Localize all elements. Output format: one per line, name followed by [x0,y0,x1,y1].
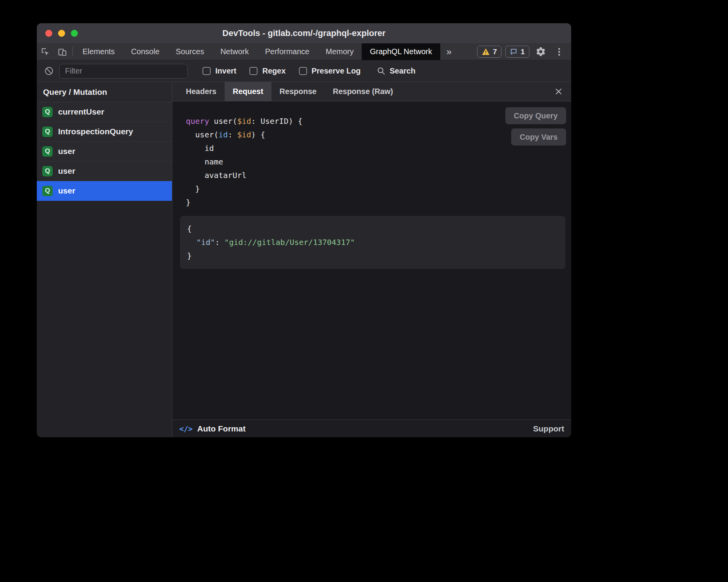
detail-tabs-row: HeadersRequestResponseResponse (Raw) [172,82,571,101]
search-control[interactable]: Search [377,67,416,75]
devtools-window: DevTools - gitlab.com/-/graphql-explorer… [37,23,571,437]
checkbox-invert[interactable]: Invert [203,67,236,75]
support-link[interactable]: Support [533,424,564,433]
settings-gear-icon[interactable] [533,45,548,59]
close-window-button[interactable] [45,30,52,37]
code-line: name [186,155,571,169]
variables-box: { "id": "gid://gitlab/User/13704317"} [180,216,565,269]
query-type-icon: Q [42,146,53,157]
code-line: { [187,222,558,236]
checkbox-label: Invert [215,67,236,75]
tab-performance[interactable]: Performance [257,43,318,60]
query-list-item[interactable]: Quser [37,142,172,161]
detail-tab-request[interactable]: Request [225,82,271,101]
tab-graphql-network[interactable]: GraphQL Network [362,43,440,60]
query-name: IntrospectionQuery [58,127,133,136]
checkbox-regex[interactable]: Regex [249,67,285,75]
copy-query-button[interactable]: Copy Query [505,107,566,124]
query-sidebar: Query / Mutation QcurrentUserQIntrospect… [37,82,172,437]
tab-elements[interactable]: Elements [74,43,123,60]
query-name: currentUser [58,107,104,116]
query-name: user [58,166,75,176]
filter-input[interactable] [59,64,188,79]
detail-tab-headers[interactable]: Headers [178,82,225,101]
detail-footer: </> Auto Format Support [172,419,571,437]
network-toolbar: InvertRegexPreserve Log Search [37,60,571,82]
tabbar-right-cluster: 7 1 [477,43,571,60]
query-type-icon: Q [42,166,53,176]
devtools-tabs: ElementsConsoleSourcesNetworkPerformance… [74,43,440,60]
titlebar: DevTools - gitlab.com/-/graphql-explorer [37,23,571,43]
query-list-item[interactable]: Quser [37,181,172,201]
checkbox-preserve-log[interactable]: Preserve Log [299,67,361,75]
query-type-icon: Q [42,107,53,117]
code-line: } [187,249,558,263]
detail-tab-response[interactable]: Response [271,82,325,101]
code-line: avatarUrl [186,169,571,182]
checkbox-label: Regex [262,67,285,75]
detail-tabs: HeadersRequestResponseResponse (Raw) [178,82,401,101]
messages-badge[interactable]: 1 [505,46,529,58]
query-type-icon: Q [42,127,53,137]
message-bubble-icon [510,48,517,55]
inspect-element-icon[interactable] [37,43,54,60]
checkbox-box[interactable] [249,67,258,75]
query-name: user [58,186,75,195]
sidebar-header: Query / Mutation [37,82,172,102]
query-list-item[interactable]: Quser [37,161,172,181]
query-list-item[interactable]: QcurrentUser [37,102,172,122]
window-title: DevTools - gitlab.com/-/graphql-explorer [37,28,571,38]
warning-icon [482,48,490,55]
query-name: user [58,147,75,156]
auto-format-label: Auto Format [197,424,246,433]
code-brackets-icon: </> [179,425,192,433]
copy-vars-button[interactable]: Copy Vars [511,128,566,146]
query-list-item[interactable]: QIntrospectionQuery [37,122,172,142]
checkbox-box[interactable] [299,67,307,75]
code-line: } [186,182,571,196]
tab-network[interactable]: Network [212,43,257,60]
query-type-icon: Q [42,186,53,196]
device-toolbar-icon[interactable] [54,43,71,60]
desktop-background: DevTools - gitlab.com/-/graphql-explorer… [0,0,728,582]
warnings-badge[interactable]: 7 [477,46,502,58]
variables-code: { "id": "gid://gitlab/User/13704317"} [187,222,558,263]
close-panel-icon[interactable] [552,85,565,98]
tabbar-divider [72,47,73,56]
warning-count: 7 [493,48,497,56]
request-pane: Copy Query Copy Vars query user($id: Use… [172,101,571,419]
more-tabs-button[interactable]: » [440,43,458,60]
tab-console[interactable]: Console [123,43,167,60]
copy-buttons: Copy Query Copy Vars [505,107,566,146]
detail-panel: HeadersRequestResponseResponse (Raw) Cop… [172,82,571,437]
checkbox-box[interactable] [203,67,211,75]
main-area: Query / Mutation QcurrentUserQIntrospect… [37,82,571,437]
tab-sources[interactable]: Sources [168,43,212,60]
search-label: Search [390,67,416,75]
tab-memory[interactable]: Memory [318,43,362,60]
more-options-kebab-icon[interactable] [552,45,567,59]
code-line: "id": "gid://gitlab/User/13704317" [187,236,558,249]
traffic-lights [37,30,78,37]
filter-checkboxes: InvertRegexPreserve Log [203,67,361,75]
query-list: QcurrentUserQIntrospectionQueryQuserQuse… [37,102,172,201]
message-count: 1 [520,48,525,56]
devtools-tabbar: ElementsConsoleSourcesNetworkPerformance… [37,43,571,60]
search-icon [377,67,386,75]
checkbox-label: Preserve Log [312,67,361,75]
clear-block-icon[interactable] [41,64,56,79]
minimize-window-button[interactable] [58,30,65,37]
auto-format-button[interactable]: </> Auto Format [179,424,246,433]
code-line: } [186,196,571,209]
maximize-window-button[interactable] [71,30,78,37]
detail-tab-response-raw[interactable]: Response (Raw) [325,82,401,101]
